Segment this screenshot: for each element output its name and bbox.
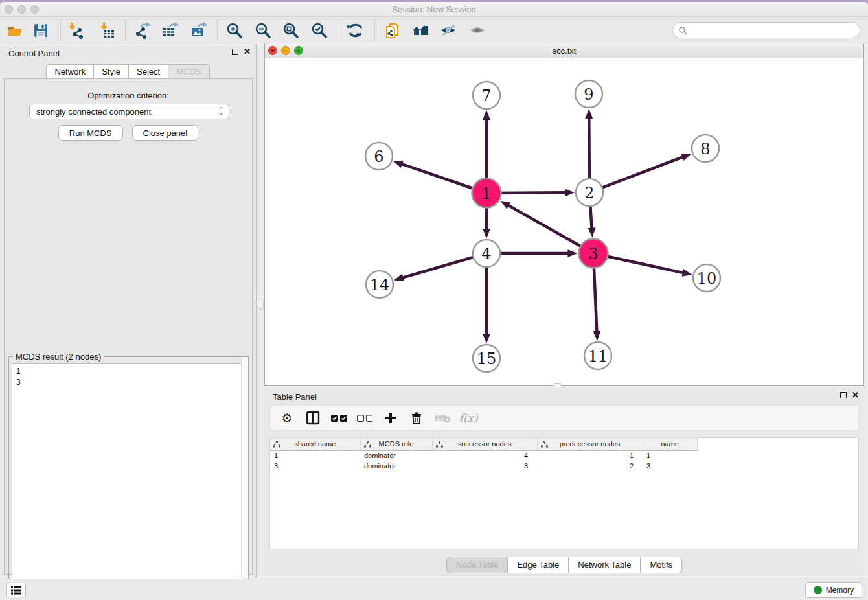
toolbar-separator bbox=[125, 20, 126, 41]
mcds-panel: Optimization criterion: strongly connect… bbox=[4, 78, 253, 575]
edge-arrowhead bbox=[585, 109, 593, 119]
open-file-icon[interactable] bbox=[6, 21, 24, 40]
float-panel-icon[interactable] bbox=[232, 49, 238, 55]
add-column-icon[interactable] bbox=[383, 410, 398, 426]
hide-selected-icon[interactable] bbox=[439, 21, 457, 40]
select-all-checks-icon[interactable] bbox=[331, 410, 347, 426]
shared-column-icon bbox=[273, 441, 280, 449]
table-cell[interactable]: 3 bbox=[643, 461, 697, 471]
delete-column-icon[interactable] bbox=[409, 410, 424, 426]
edge-arrowhead bbox=[568, 249, 578, 257]
table-cell[interactable]: 1 bbox=[643, 450, 697, 461]
network-view-window: ✕ − + scc.txt 7968124314101511 bbox=[264, 43, 864, 386]
horizontal-divider-grip[interactable] bbox=[554, 383, 562, 387]
export-table-icon[interactable] bbox=[161, 21, 179, 40]
home-icon[interactable] bbox=[411, 21, 429, 40]
show-all-icon[interactable] bbox=[468, 21, 486, 40]
save-session-icon[interactable] bbox=[32, 21, 50, 40]
search-field[interactable] bbox=[672, 22, 860, 38]
graph-node-label: 15 bbox=[477, 350, 497, 368]
edge-arrowhead bbox=[593, 331, 600, 341]
window-title: Session: New Session bbox=[0, 5, 868, 14]
optimization-criterion-label: Optimization criterion: bbox=[5, 91, 252, 100]
shared-column-icon bbox=[436, 441, 443, 449]
table-cell[interactable]: dominator bbox=[360, 450, 432, 461]
import-table-icon[interactable] bbox=[98, 21, 117, 40]
close-panel-icon[interactable]: ✕ bbox=[244, 49, 251, 55]
zoom-fit-icon[interactable] bbox=[282, 21, 300, 40]
edge-arrowhead bbox=[483, 229, 490, 238]
graph-node-label: 2 bbox=[584, 184, 594, 202]
network-window-title: scc.txt bbox=[265, 46, 863, 56]
tab-node-table[interactable]: Node Table bbox=[446, 557, 508, 573]
close-panel-button[interactable]: Close panel bbox=[132, 125, 199, 141]
tab-motifs[interactable]: Motifs bbox=[641, 557, 682, 573]
zoom-out-icon[interactable] bbox=[254, 21, 272, 40]
run-mcds-button[interactable]: Run MCDS bbox=[58, 125, 123, 141]
import-network-icon[interactable] bbox=[67, 21, 85, 40]
table-panel-header: Table Panel ✕ bbox=[264, 387, 864, 406]
table-cell[interactable]: 2 bbox=[537, 461, 643, 471]
export-image-icon[interactable] bbox=[189, 21, 207, 40]
tab-network[interactable]: Network bbox=[46, 64, 94, 80]
memory-button[interactable]: Memory bbox=[805, 582, 862, 598]
graph-node-label: 4 bbox=[481, 245, 491, 263]
application-window: Session: New Session bbox=[0, 2, 868, 600]
export-network-icon[interactable] bbox=[133, 21, 151, 40]
tab-select[interactable]: Select bbox=[129, 64, 168, 80]
tab-style[interactable]: Style bbox=[94, 64, 129, 80]
optimization-criterion-select[interactable]: strongly connected component ⌃⌄ bbox=[29, 104, 229, 119]
column-header-mcds-role[interactable]: MCDS role bbox=[360, 438, 432, 450]
table-header-row: shared name MCDS role successor nodes bbox=[270, 438, 697, 450]
status-bar: Memory bbox=[0, 579, 868, 600]
function-builder-icon[interactable]: f(x) bbox=[461, 410, 476, 426]
edge-arrowhead bbox=[483, 334, 490, 343]
list-icon bbox=[10, 585, 22, 595]
close-table-panel-icon[interactable]: ✕ bbox=[852, 392, 859, 398]
table-row[interactable]: 1dominator411 bbox=[270, 450, 697, 461]
graph-node-label: 8 bbox=[700, 140, 710, 158]
zoom-in-icon[interactable] bbox=[225, 21, 244, 40]
toolbar-separator bbox=[60, 20, 61, 41]
network-window-titlebar[interactable]: ✕ − + scc.txt bbox=[265, 43, 863, 58]
column-header-shared-name[interactable]: shared name bbox=[270, 438, 360, 450]
table-cell[interactable]: 3 bbox=[270, 461, 360, 471]
table-row[interactable]: 3dominator323 bbox=[270, 461, 697, 471]
table-cell[interactable]: dominator bbox=[360, 461, 432, 471]
toolbar-separator bbox=[217, 20, 218, 41]
table-cell[interactable]: 4 bbox=[432, 450, 537, 461]
column-header-name[interactable]: name bbox=[643, 438, 697, 450]
main-toolbar bbox=[0, 17, 868, 43]
deselect-all-checks-icon[interactable] bbox=[357, 410, 372, 426]
tab-mcds[interactable]: MCDS bbox=[168, 64, 209, 80]
float-table-panel-icon[interactable] bbox=[840, 392, 847, 398]
tab-network-table[interactable]: Network Table bbox=[569, 557, 641, 573]
column-header-successor-nodes[interactable]: successor nodes bbox=[432, 438, 537, 450]
graph-node-label: 14 bbox=[370, 276, 390, 294]
vertical-divider-grip[interactable] bbox=[258, 299, 264, 309]
search-input[interactable] bbox=[690, 26, 852, 35]
zoom-selected-icon[interactable] bbox=[310, 21, 328, 40]
tab-edge-table[interactable]: Edge Table bbox=[508, 557, 569, 573]
network-canvas[interactable]: 7968124314101511 bbox=[265, 58, 863, 385]
column-layout-icon[interactable] bbox=[305, 410, 321, 426]
node-table[interactable]: shared name MCDS role successor nodes bbox=[269, 437, 859, 549]
table-cell[interactable]: 3 bbox=[432, 461, 537, 471]
graph-edge[interactable] bbox=[589, 157, 683, 192]
table-cell[interactable]: 1 bbox=[270, 450, 360, 461]
apply-layout-icon[interactable] bbox=[347, 21, 365, 40]
mcds-result-list[interactable]: 1 3 bbox=[12, 363, 246, 597]
settings-gear-icon[interactable]: ⚙ bbox=[279, 410, 295, 426]
task-history-button[interactable] bbox=[6, 583, 26, 597]
table-cell[interactable]: 1 bbox=[537, 450, 643, 461]
main-titlebar: Session: New Session bbox=[0, 2, 868, 17]
result-scrollbar[interactable] bbox=[241, 357, 248, 599]
clone-network-icon[interactable] bbox=[383, 21, 401, 40]
toolbar-separator bbox=[339, 20, 339, 41]
network-graph[interactable]: 7968124314101511 bbox=[265, 58, 863, 385]
edge-arrowhead bbox=[500, 201, 510, 209]
memory-label: Memory bbox=[826, 586, 854, 595]
control-panel-title: Control Panel bbox=[8, 49, 60, 58]
column-header-predecessor-nodes[interactable]: predecessor nodes bbox=[537, 438, 643, 450]
delete-table-icon[interactable] bbox=[435, 410, 450, 426]
